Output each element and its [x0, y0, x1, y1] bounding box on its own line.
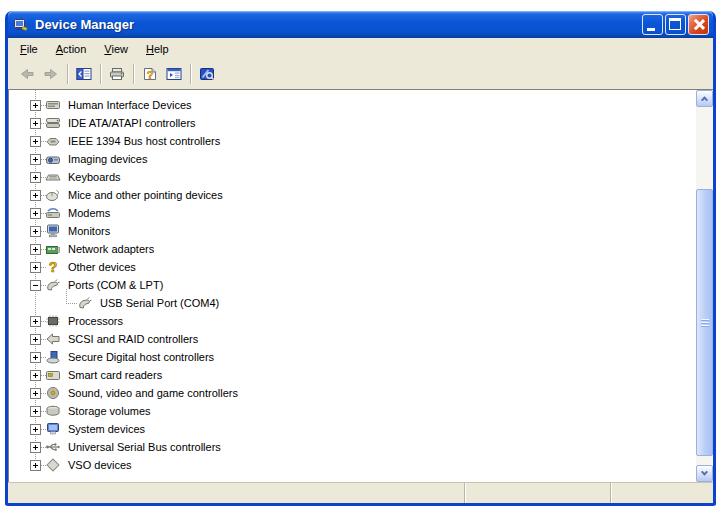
- menu-file[interactable]: File: [11, 40, 47, 58]
- vertical-scrollbar[interactable]: [696, 89, 713, 482]
- expand-toggle-icon[interactable]: [30, 118, 41, 129]
- tree-item-label[interactable]: Smart card readers: [66, 368, 164, 382]
- tree-item-label[interactable]: Sound, video and game controllers: [66, 386, 240, 400]
- tree-item-label[interactable]: Secure Digital host controllers: [66, 350, 216, 364]
- monitor-icon: [45, 224, 61, 238]
- printer-icon: [109, 67, 125, 81]
- menu-help[interactable]: Help: [137, 40, 178, 58]
- collapse-toggle-icon[interactable]: [30, 280, 41, 291]
- expand-toggle-icon[interactable]: [30, 136, 41, 147]
- expand-toggle-icon[interactable]: [30, 406, 41, 417]
- tree-item[interactable]: Universal Serial Bus controllers: [9, 438, 696, 456]
- expand-toggle-icon[interactable]: [30, 100, 41, 111]
- window-title: Device Manager: [35, 17, 642, 32]
- maximize-button[interactable]: [665, 14, 686, 35]
- device-tree-viewport: Human Interface DevicesIDE ATA/ATAPI con…: [8, 89, 696, 482]
- tree-item[interactable]: Processors: [9, 312, 696, 330]
- expand-toggle-icon[interactable]: [30, 154, 41, 165]
- tree-item-label[interactable]: SCSI and RAID controllers: [66, 332, 200, 346]
- expand-toggle-icon[interactable]: [30, 334, 41, 345]
- expand-toggle-icon[interactable]: [30, 388, 41, 399]
- tree-item[interactable]: Secure Digital host controllers: [9, 348, 696, 366]
- tree-item[interactable]: Mice and other pointing devices: [9, 186, 696, 204]
- expand-toggle-icon[interactable]: [30, 352, 41, 363]
- expand-toggle-icon[interactable]: [30, 316, 41, 327]
- system-device-icon: [45, 422, 61, 436]
- vso-device-icon: [45, 458, 61, 472]
- minimize-button[interactable]: [642, 14, 663, 35]
- tree-item[interactable]: USB Serial Port (COM4): [9, 294, 696, 312]
- properties-panel-button[interactable]: [162, 63, 186, 85]
- tree-item-label[interactable]: VSO devices: [66, 458, 134, 472]
- tree-item-label[interactable]: Mice and other pointing devices: [66, 188, 225, 202]
- tree-connector-line: [66, 289, 67, 303]
- tree-item[interactable]: Monitors: [9, 222, 696, 240]
- close-button[interactable]: [688, 14, 709, 35]
- tree-item-label[interactable]: System devices: [66, 422, 147, 436]
- expand-toggle-icon[interactable]: [30, 460, 41, 471]
- expand-toggle-icon[interactable]: [30, 424, 41, 435]
- tree-item-label[interactable]: Keyboards: [66, 170, 123, 184]
- tree-item[interactable]: Human Interface Devices: [9, 96, 696, 114]
- tree-item[interactable]: Modems: [9, 204, 696, 222]
- expand-toggle-icon[interactable]: [30, 172, 41, 183]
- scan-hardware-button[interactable]: [195, 63, 219, 85]
- tree-item[interactable]: IDE ATA/ATAPI controllers: [9, 114, 696, 132]
- tree-item-label[interactable]: Processors: [66, 314, 125, 328]
- tree-item[interactable]: Sound, video and game controllers: [9, 384, 696, 402]
- tree-item[interactable]: Network adapters: [9, 240, 696, 258]
- tree-item-label[interactable]: Ports (COM & LPT): [66, 278, 165, 292]
- tree-item-label[interactable]: Modems: [66, 206, 112, 220]
- panel-list-icon: [166, 67, 182, 81]
- tree-item[interactable]: Storage volumes: [9, 402, 696, 420]
- tree-item-label[interactable]: Human Interface Devices: [66, 98, 194, 112]
- tree-item-label[interactable]: Storage volumes: [66, 404, 153, 418]
- expand-toggle-icon[interactable]: [30, 370, 41, 381]
- back-button[interactable]: [15, 63, 39, 85]
- expand-toggle-icon[interactable]: [30, 226, 41, 237]
- expand-toggle-icon[interactable]: [30, 244, 41, 255]
- ieee1394-icon: [45, 134, 61, 148]
- expand-toggle-icon[interactable]: [30, 262, 41, 273]
- tree-item-label[interactable]: USB Serial Port (COM4): [98, 296, 221, 310]
- tree-item[interactable]: Smart card readers: [9, 366, 696, 384]
- scroll-thumb[interactable]: [696, 189, 713, 456]
- tree-item-label[interactable]: Imaging devices: [66, 152, 150, 166]
- tree-item[interactable]: SCSI and RAID controllers: [9, 330, 696, 348]
- scsi-raid-icon: [45, 332, 61, 346]
- menu-view[interactable]: View: [95, 40, 137, 58]
- serial-port-icon: [45, 278, 61, 292]
- tree-item[interactable]: System devices: [9, 420, 696, 438]
- tree-item-label[interactable]: Universal Serial Bus controllers: [66, 440, 223, 454]
- expand-toggle-icon[interactable]: [30, 208, 41, 219]
- tree-item-label[interactable]: IEEE 1394 Bus host controllers: [66, 134, 222, 148]
- svg-text:?: ?: [147, 69, 154, 81]
- help-button[interactable]: ?: [138, 63, 162, 85]
- scroll-track[interactable]: [696, 107, 713, 465]
- tree-item[interactable]: ?Other devices: [9, 258, 696, 276]
- serial-port-icon: [77, 296, 93, 310]
- tree-item[interactable]: Ports (COM & LPT): [9, 276, 696, 294]
- network-adapter-icon: [45, 242, 61, 256]
- help-icon: ?: [142, 67, 158, 81]
- scroll-down-button[interactable]: [696, 465, 713, 482]
- expand-toggle-icon[interactable]: [30, 442, 41, 453]
- console-tree-icon: [76, 67, 92, 81]
- tree-item-label[interactable]: Other devices: [66, 260, 138, 274]
- forward-button[interactable]: [39, 63, 63, 85]
- expand-toggle-icon[interactable]: [30, 190, 41, 201]
- chevron-down-icon: [701, 469, 708, 476]
- tree-item-label[interactable]: Monitors: [66, 224, 112, 238]
- tree-item[interactable]: Keyboards: [9, 168, 696, 186]
- show-hide-console-tree-button[interactable]: [72, 63, 96, 85]
- tree-item[interactable]: Imaging devices: [9, 150, 696, 168]
- titlebar[interactable]: Device Manager: [8, 11, 713, 38]
- tree-item-label[interactable]: IDE ATA/ATAPI controllers: [66, 116, 198, 130]
- tree-item-label[interactable]: Network adapters: [66, 242, 156, 256]
- imaging-device-icon: [45, 152, 61, 166]
- print-button[interactable]: [105, 63, 129, 85]
- scroll-up-button[interactable]: [696, 90, 713, 107]
- tree-item[interactable]: IEEE 1394 Bus host controllers: [9, 132, 696, 150]
- menu-action[interactable]: Action: [47, 40, 96, 58]
- tree-item[interactable]: VSO devices: [9, 456, 696, 474]
